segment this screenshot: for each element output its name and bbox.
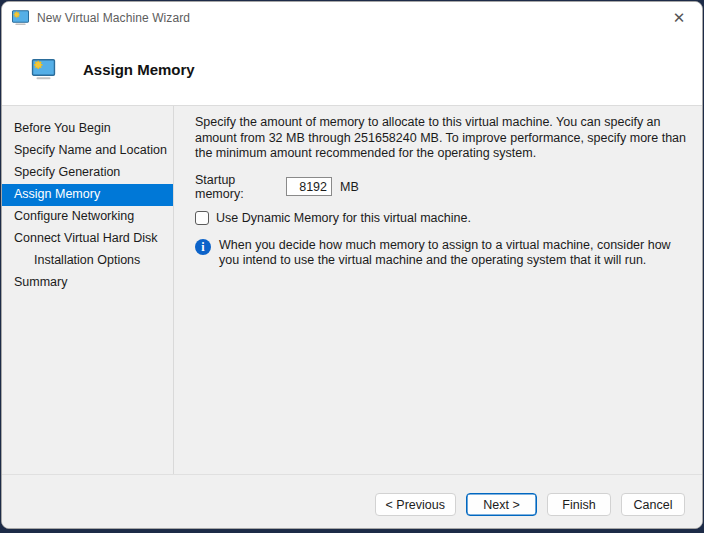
- wizard-step-list: Before You Begin Specify Name and Locati…: [2, 106, 174, 474]
- sidebar-item-connect-virtual-hard-disk[interactable]: Connect Virtual Hard Disk: [2, 228, 173, 250]
- cancel-button[interactable]: Cancel: [621, 493, 685, 516]
- sidebar-item-installation-options[interactable]: Installation Options: [2, 250, 173, 272]
- page-header: Assign Memory: [2, 33, 702, 106]
- vm-monitor-icon: [31, 59, 56, 80]
- close-icon[interactable]: ✕: [660, 4, 698, 32]
- memory-description-text: Specify the amount of memory to allocate…: [195, 115, 698, 162]
- dynamic-memory-row: Use Dynamic Memory for this virtual mach…: [195, 211, 698, 225]
- step-content: Specify the amount of memory to allocate…: [174, 106, 703, 474]
- dynamic-memory-checkbox[interactable]: [195, 211, 209, 225]
- info-text: When you decide how much memory to assig…: [219, 238, 689, 269]
- wizard-window: New Virtual Machine Wizard ✕ Assign Memo…: [1, 1, 703, 529]
- info-icon: i: [195, 239, 211, 255]
- vm-monitor-icon: [12, 10, 29, 26]
- button-bar: < Previous Next > Finish Cancel: [2, 474, 702, 528]
- sidebar-item-specify-name-and-location[interactable]: Specify Name and Location: [2, 140, 173, 162]
- previous-button[interactable]: < Previous: [375, 493, 456, 516]
- window-title: New Virtual Machine Wizard: [37, 11, 190, 25]
- startup-memory-unit: MB: [340, 180, 359, 194]
- sidebar-item-summary[interactable]: Summary: [2, 272, 173, 294]
- sidebar-item-before-you-begin[interactable]: Before You Begin: [2, 118, 173, 140]
- dynamic-memory-label[interactable]: Use Dynamic Memory for this virtual mach…: [216, 211, 471, 225]
- info-note: i When you decide how much memory to ass…: [195, 238, 698, 269]
- startup-memory-label: Startup memory:: [195, 173, 286, 201]
- sidebar-item-configure-networking[interactable]: Configure Networking: [2, 206, 173, 228]
- startup-memory-input[interactable]: [286, 177, 332, 196]
- sidebar-item-specify-generation[interactable]: Specify Generation: [2, 162, 173, 184]
- next-button[interactable]: Next >: [466, 493, 537, 516]
- startup-memory-row: Startup memory: MB: [195, 173, 698, 201]
- title-bar: New Virtual Machine Wizard ✕: [2, 2, 702, 33]
- sidebar-item-assign-memory[interactable]: Assign Memory: [2, 184, 173, 206]
- finish-button[interactable]: Finish: [547, 493, 611, 516]
- main-area: Before You Begin Specify Name and Locati…: [2, 106, 702, 474]
- page-title: Assign Memory: [83, 61, 195, 78]
